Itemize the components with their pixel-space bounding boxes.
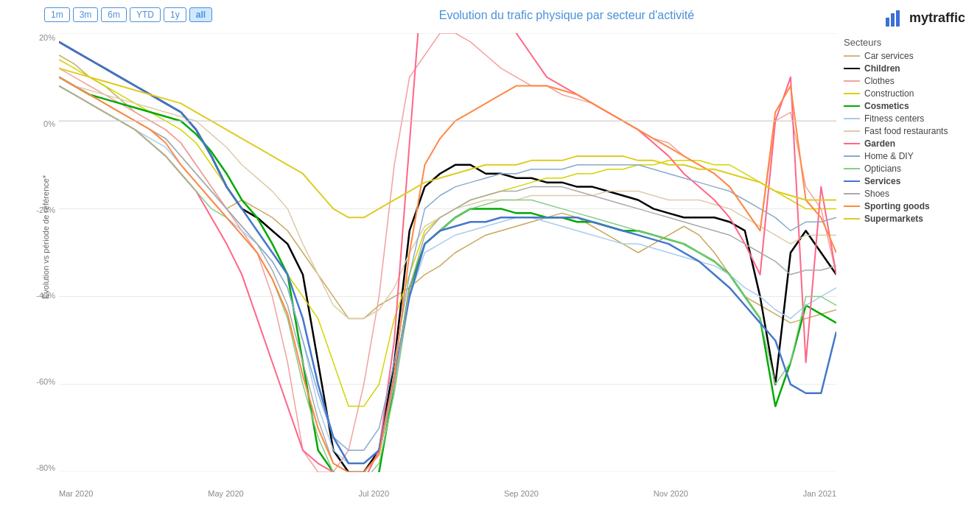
legend-label: Clothes — [864, 76, 895, 86]
btn-1y[interactable]: 1y — [164, 7, 186, 22]
x-axis: Mar 2020 May 2020 Jul 2020 Sep 2020 Nov … — [59, 489, 836, 498]
legend-line — [844, 130, 860, 132]
y-label-0: 0% — [43, 119, 55, 128]
y-label-neg40: -40% — [36, 291, 55, 300]
legend-label: Opticians — [864, 164, 901, 174]
legend-label: Children — [864, 63, 900, 74]
legend-line — [844, 118, 860, 119]
x-label-jan2021: Jan 2021 — [803, 489, 836, 498]
btn-3m[interactable]: 3m — [73, 7, 99, 22]
legend-items: Car servicesChildrenClothesConstructionC… — [844, 51, 973, 224]
legend-item: Car services — [844, 51, 973, 61]
legend-line — [844, 206, 860, 207]
legend-line — [844, 68, 860, 69]
legend-line — [844, 193, 860, 194]
legend-item: Fitness centers — [844, 113, 973, 124]
y-label-neg80: -80% — [36, 463, 55, 472]
legend-item: Cosmetics — [844, 101, 973, 111]
y-label-neg20: -20% — [36, 206, 55, 214]
legend-line — [844, 155, 860, 157]
x-label-sep2020: Sep 2020 — [504, 489, 539, 498]
btn-all[interactable]: all — [189, 7, 212, 22]
legend-item: Opticians — [844, 164, 973, 174]
btn-6m[interactable]: 6m — [101, 7, 127, 22]
legend-label: Construction — [864, 88, 914, 99]
legend-label: Car services — [864, 51, 914, 61]
legend-label: Fast food restaurants — [864, 126, 948, 136]
legend-line — [844, 105, 860, 107]
legend-label: Services — [864, 176, 900, 186]
legend-label: Cosmetics — [864, 101, 909, 111]
legend-line — [844, 55, 860, 57]
chart-container: 1m 3m 6m YTD 1y all Evolution du trafic … — [0, 0, 980, 509]
logo-icon — [884, 7, 905, 28]
x-label-nov2020: Nov 2020 — [654, 489, 688, 498]
legend-label: Home & DIY — [864, 151, 914, 161]
x-label-may2020: May 2020 — [208, 489, 243, 498]
legend-item: Fast food restaurants — [844, 126, 973, 136]
main-chart-canvas — [59, 33, 836, 472]
svg-rect-1 — [891, 13, 895, 27]
legend-label: Shoes — [864, 189, 889, 199]
legend-item: Construction — [844, 88, 973, 99]
legend-line — [844, 180, 860, 182]
legend-item: Supermarkets — [844, 214, 973, 224]
chart-area — [59, 33, 836, 472]
legend-item: Sporting goods — [844, 201, 973, 211]
legend-line — [844, 93, 860, 94]
btn-ytd[interactable]: YTD — [130, 7, 161, 22]
legend-item: Clothes — [844, 76, 973, 86]
time-filter-group: 1m 3m 6m YTD 1y all — [44, 7, 212, 22]
legend-item: Garden — [844, 138, 973, 149]
y-label-neg60: -60% — [36, 377, 55, 386]
legend-label: Garden — [864, 138, 895, 149]
legend-line — [844, 218, 860, 220]
legend-item: Home & DIY — [844, 151, 973, 161]
x-label-mar2020: Mar 2020 — [59, 489, 93, 498]
legend-line — [844, 80, 860, 82]
chart-title: Evolution du trafic physique par secteur… — [439, 9, 694, 22]
legend-label: Supermarkets — [864, 214, 923, 224]
legend-label: Fitness centers — [864, 113, 924, 124]
btn-1m[interactable]: 1m — [44, 7, 70, 22]
legend-item: Children — [844, 63, 973, 74]
legend-item: Shoes — [844, 189, 973, 199]
svg-rect-0 — [886, 18, 889, 27]
legend-line — [844, 168, 860, 169]
svg-rect-2 — [896, 10, 900, 27]
legend: Secteurs Car servicesChildrenClothesCons… — [844, 37, 973, 226]
x-label-jul2020: Jul 2020 — [358, 489, 389, 498]
legend-label: Sporting goods — [864, 201, 930, 211]
logo-text: mytraffic — [909, 10, 965, 26]
logo: mytraffic — [884, 7, 965, 28]
legend-item: Services — [844, 176, 973, 186]
y-axis: 20% 0% -20% -40% -60% -80% — [7, 33, 55, 472]
legend-title: Secteurs — [844, 37, 973, 48]
legend-line — [844, 143, 860, 144]
y-label-20: 20% — [39, 33, 55, 42]
